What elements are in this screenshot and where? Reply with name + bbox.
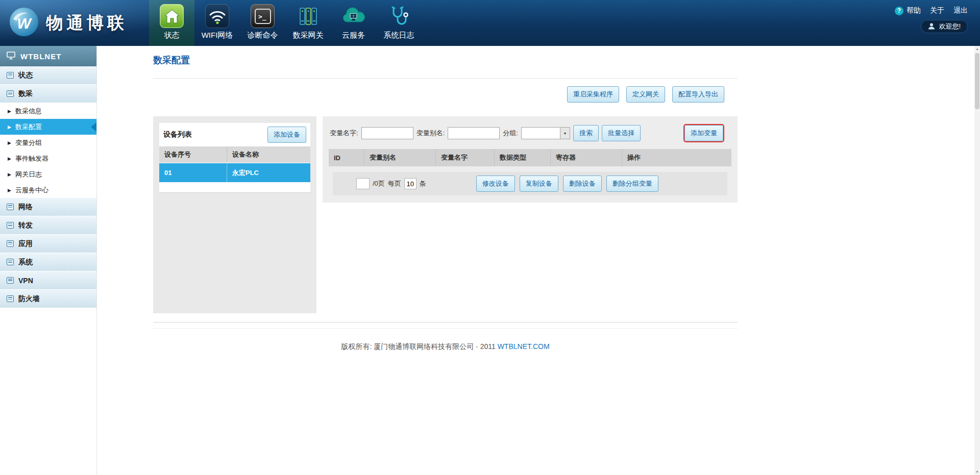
device-list-header: 设备列表 添加设备 (159, 123, 310, 146)
search-button[interactable]: 搜索 (573, 125, 599, 141)
terminal-icon: >_ (251, 4, 275, 28)
sidebar-subitem-data-info[interactable]: ▶ 数采信息 (0, 103, 96, 119)
variable-name-input[interactable] (361, 127, 413, 139)
add-variable-button[interactable]: 添加变量 (684, 125, 723, 141)
sidebar-item-status[interactable]: 状态 (0, 66, 96, 85)
help-icon[interactable]: ? (895, 7, 903, 15)
list-icon (7, 259, 14, 265)
nav-tab-gateway[interactable]: 数采网关 (285, 0, 331, 46)
copyright-text: 版权所有: 厦门物通博联网络科技有限公司 · 2011 (341, 342, 495, 351)
cloud-icon (341, 4, 365, 28)
sidebar-subitem-gateway-log[interactable]: ▶ 网关日志 (0, 166, 96, 182)
device-name-cell: 永宏PLC (227, 163, 310, 182)
gateway-icon (296, 4, 320, 28)
variable-box: 变量名字: 变量别名: 分组: ▼ 搜索 批量选择 添加变量 (323, 116, 738, 203)
variable-table-header: ID 变量别名 变量名字 数据类型 寄存器 操作 (329, 149, 731, 166)
device-table-empty-row (159, 182, 310, 193)
register-column-header: 寄存器 (551, 149, 622, 166)
variable-alias-input[interactable] (448, 127, 500, 139)
scroll-up-icon[interactable]: ▲ (974, 46, 980, 52)
triangle-icon: ▶ (8, 172, 11, 177)
list-icon (7, 90, 14, 97)
list-icon (7, 277, 14, 284)
sidebar-subitem-label: 网关日志 (15, 170, 42, 179)
nav-label-diagnostic: 诊断命令 (248, 31, 278, 40)
sidebar-item-application[interactable]: 应用 (0, 235, 96, 253)
device-no-cell: 01 (159, 163, 227, 182)
welcome-pill: 欢迎您! (921, 20, 968, 33)
toolbar: 重启采集程序 定义网关 配置导入导出 (153, 86, 724, 103)
panels: 设备列表 添加设备 设备序号 设备名称 01 永宏PLC 变量名字: (153, 116, 738, 313)
modify-device-button[interactable]: 修改设备 (476, 176, 515, 192)
page-number-input[interactable] (356, 178, 370, 189)
nav-label-cloud: 云服务 (342, 31, 365, 40)
page-total-label: /0页 (373, 179, 385, 188)
sidebar-item-network[interactable]: 网络 (0, 198, 96, 216)
variable-alias-label: 变量别名: (416, 129, 445, 138)
sidebar-subitem-event-trigger[interactable]: ▶ 事件触发器 (0, 151, 96, 166)
device-list-panel: 设备列表 添加设备 设备序号 设备名称 01 永宏PLC (153, 116, 316, 313)
sidebar-item-label: 转发 (18, 221, 33, 230)
user-icon (928, 22, 935, 31)
list-icon (7, 72, 14, 79)
sidebar-subitem-cloud-center[interactable]: ▶ 云服务中心 (0, 182, 96, 198)
sidebar-item-label: 应用 (18, 239, 33, 248)
page-title: 数采配置 (153, 54, 738, 66)
add-device-button[interactable]: 添加设备 (267, 127, 306, 143)
sidebar-item-forwarding[interactable]: 转发 (0, 216, 96, 235)
footer-divider-light (153, 328, 738, 329)
define-gateway-button[interactable]: 定义网关 (626, 86, 665, 103)
device-row-selected[interactable]: 01 永宏PLC (159, 163, 310, 182)
home-icon (160, 4, 184, 28)
sidebar-subitem-data-config[interactable]: ▶ 数采配置 (0, 119, 96, 135)
name-column-header: 变量名字 (436, 149, 495, 166)
nav-tab-diagnostic[interactable]: >_ 诊断命令 (240, 0, 285, 46)
datatype-column-header: 数据类型 (495, 149, 551, 166)
delete-device-button[interactable]: 删除设备 (563, 176, 602, 192)
svg-text:W: W (17, 15, 32, 32)
operation-column-header: 操作 (622, 149, 731, 166)
brand: W 物通博联 (0, 0, 149, 46)
nav-tab-status[interactable]: 状态 (149, 0, 194, 46)
site-link[interactable]: WTBLNET.COM (498, 342, 550, 351)
device-no-column-header: 设备序号 (159, 146, 227, 163)
vertical-scrollbar[interactable]: ▲ ▼ (974, 46, 980, 475)
scroll-down-icon[interactable]: ▼ (974, 469, 980, 475)
chevron-down-icon: ▼ (560, 128, 570, 139)
logout-link[interactable]: 退出 (953, 6, 968, 15)
config-import-export-button[interactable]: 配置导入导出 (672, 86, 724, 103)
triangle-icon: ▶ (8, 109, 11, 114)
sidebar-item-label: 系统 (18, 258, 33, 267)
copy-device-button[interactable]: 复制设备 (520, 176, 558, 192)
sidebar-item-data-collection[interactable]: 数采 (0, 85, 96, 103)
nav-tab-cloud[interactable]: 云服务 (331, 0, 376, 46)
pagination-bar: /0页 每页 条 修改设备 复制设备 删除设备 删除分组变量 (333, 172, 727, 195)
footer-text: 版权所有: 厦门物通博联网络科技有限公司 · 2011 WTBLNET.COM (153, 342, 738, 352)
main-nav: 状态 WIFI网络 >_ 诊断命令 (149, 0, 422, 46)
help-link[interactable]: 帮助 (906, 6, 921, 15)
triangle-icon: ▶ (8, 124, 11, 130)
group-label: 分组: (503, 129, 518, 138)
about-link[interactable]: 关于 (930, 6, 944, 15)
per-page-input[interactable] (404, 178, 416, 189)
list-icon (7, 240, 14, 247)
nav-tab-syslog[interactable]: 系统日志 (376, 0, 422, 46)
stethoscope-icon (387, 4, 411, 28)
id-column-header: ID (329, 149, 364, 166)
per-page-label: 每页 (388, 179, 401, 188)
sidebar-subitem-label: 云服务中心 (15, 186, 48, 195)
scrollbar-thumb[interactable] (975, 53, 979, 109)
list-icon (7, 295, 14, 302)
delete-group-variables-button[interactable]: 删除分组变量 (606, 176, 658, 192)
nav-tab-wifi[interactable]: WIFI网络 (194, 0, 240, 46)
sidebar-item-firewall[interactable]: 防火墙 (0, 290, 96, 308)
batch-select-button[interactable]: 批量选择 (602, 125, 641, 141)
restart-collector-button[interactable]: 重启采集程序 (567, 86, 619, 103)
svg-text:>_: >_ (258, 13, 266, 21)
group-select[interactable]: ▼ (521, 127, 570, 139)
wifi-icon (205, 4, 229, 28)
sidebar-title: WTBLNET (20, 52, 61, 61)
sidebar-item-vpn[interactable]: VPN (0, 271, 96, 290)
sidebar-subitem-variable-group[interactable]: ▶ 变量分组 (0, 135, 96, 151)
sidebar-item-system[interactable]: 系统 (0, 253, 96, 271)
